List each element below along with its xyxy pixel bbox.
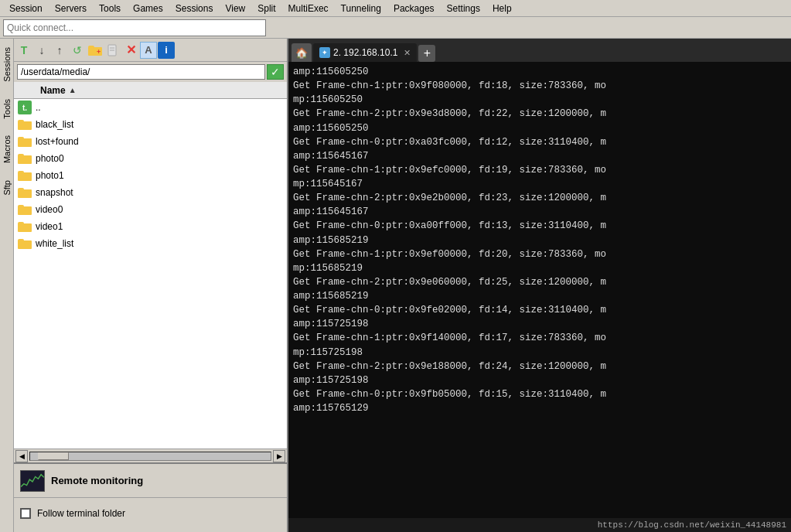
menu-split[interactable]: Split bbox=[251, 2, 281, 15]
toolbar: T ↓ ↑ ↺ + ✕ A i bbox=[14, 39, 287, 62]
menu-packages[interactable]: Packages bbox=[387, 2, 441, 15]
path-input[interactable] bbox=[17, 64, 265, 80]
terminal-line: Get Frame-chn-2:ptr:0x9e3d8000, fd:22, s… bbox=[293, 107, 786, 121]
rename-button[interactable]: A bbox=[140, 42, 157, 59]
remote-monitoring-label: Remote monitoring bbox=[51, 475, 143, 486]
menu-session[interactable]: Session bbox=[3, 2, 49, 15]
terminal-line: mp:115685219 bbox=[293, 261, 786, 275]
file-panel: T ↓ ↑ ↺ + ✕ A i bbox=[14, 39, 288, 532]
terminal-line: amp:115645167 bbox=[293, 149, 786, 163]
sidebar-item-tools[interactable]: Tools bbox=[0, 92, 14, 126]
list-item[interactable]: photo1 bbox=[14, 167, 287, 184]
menu-games[interactable]: Games bbox=[127, 2, 169, 15]
new-folder-button[interactable]: + bbox=[87, 42, 104, 59]
status-bar: https://blog.csdn.net/weixin_44148981 bbox=[288, 518, 791, 532]
menu-tunneling[interactable]: Tunneling bbox=[335, 2, 387, 15]
refresh-button[interactable]: ↺ bbox=[69, 42, 86, 59]
terminal-line: Get Frame-chn-0:ptr:0x9fb05000, fd:15, s… bbox=[293, 387, 786, 401]
list-item[interactable]: t. .. bbox=[14, 99, 287, 116]
add-tab-button[interactable]: + bbox=[418, 45, 435, 62]
terminal-line: Get Frame-chn-0:ptr:0xa00ff000, fd:13, s… bbox=[293, 219, 786, 233]
sidebar-item-sessions[interactable]: Sessions bbox=[0, 40, 14, 89]
folder-icon bbox=[17, 237, 32, 250]
menu-view[interactable]: View bbox=[219, 2, 251, 15]
terminal-line: Get Frame-chn-0:ptr:0xa03fc000, fd:12, s… bbox=[293, 135, 786, 149]
terminal-output[interactable]: amp:115605250Get Frame-chn-1:ptr:0x9f080… bbox=[288, 62, 791, 518]
sidebar-item-macros[interactable]: Macros bbox=[0, 128, 14, 170]
file-name: lost+found bbox=[36, 136, 79, 147]
scroll-left-button[interactable]: ◀ bbox=[15, 450, 28, 462]
folder-icon bbox=[17, 186, 32, 199]
terminal-line: amp:115685219 bbox=[293, 289, 786, 303]
svg-rect-1 bbox=[88, 46, 94, 49]
folder-icon bbox=[17, 220, 32, 233]
file-list: t. .. black_list lost+found photo0 photo… bbox=[14, 99, 287, 448]
list-item[interactable]: lost+found bbox=[14, 133, 287, 150]
home-tab[interactable]: 🏠 bbox=[292, 43, 312, 62]
terminal-line: amp:115725198 bbox=[293, 317, 786, 331]
list-item[interactable]: black_list bbox=[14, 116, 287, 133]
sidebar-item-sftp[interactable]: Sftp bbox=[0, 173, 14, 203]
terminal-line: mp:115725198 bbox=[293, 346, 786, 360]
file-name: photo0 bbox=[36, 153, 64, 164]
list-item[interactable]: video1 bbox=[14, 218, 287, 235]
sort-arrow-icon: ▲ bbox=[69, 86, 77, 94]
follow-folder-label: Follow terminal folder bbox=[37, 508, 125, 519]
list-item[interactable]: photo0 bbox=[14, 150, 287, 167]
file-name: video0 bbox=[36, 204, 63, 215]
file-list-header: Name ▲ bbox=[14, 82, 287, 99]
terminal-line: Get Frame-chn-0:ptr:0x9fe02000, fd:14, s… bbox=[293, 303, 786, 317]
terminal-line: amp:115685219 bbox=[293, 234, 786, 247]
menu-sessions[interactable]: Sessions bbox=[169, 2, 220, 15]
terminal-tab-icon: ✦ bbox=[319, 47, 330, 58]
follow-folder-section: Follow terminal folder bbox=[14, 498, 287, 529]
folder-icon bbox=[17, 118, 32, 131]
status-url: https://blog.csdn.net/weixin_44148981 bbox=[598, 520, 786, 530]
download-button[interactable]: ↓ bbox=[33, 42, 50, 59]
terminal-tab-close-button[interactable]: ✕ bbox=[404, 48, 411, 58]
scroll-thumb[interactable] bbox=[38, 452, 69, 460]
terminal-line: Get Frame-chn-2:ptr:0x9e060000, fd:25, s… bbox=[293, 275, 786, 289]
terminal-line: amp:115765129 bbox=[293, 401, 786, 415]
quick-connect-input[interactable] bbox=[3, 19, 266, 36]
file-name: black_list bbox=[36, 119, 73, 130]
terminal-line: amp:115645167 bbox=[293, 205, 786, 219]
terminal-line: amp:115605250 bbox=[293, 121, 786, 135]
menu-tools[interactable]: Tools bbox=[93, 2, 127, 15]
quick-connect-bar bbox=[0, 17, 791, 39]
menu-bar: Session Servers Tools Games Sessions Vie… bbox=[0, 0, 791, 17]
upload-button[interactable]: ↑ bbox=[51, 42, 68, 59]
list-item[interactable]: white_list bbox=[14, 235, 287, 252]
terminal-line: mp:115605250 bbox=[293, 93, 786, 107]
path-bar: ✓ bbox=[14, 62, 287, 82]
delete-button[interactable]: ✕ bbox=[122, 42, 139, 59]
horizontal-scrollbar: ◀ ▶ bbox=[14, 448, 287, 462]
parent-folder-icon: t. bbox=[17, 101, 32, 114]
path-go-button[interactable]: ✓ bbox=[267, 64, 284, 80]
file-name: .. bbox=[36, 102, 41, 113]
list-item[interactable]: video0 bbox=[14, 201, 287, 218]
svg-text:+: + bbox=[97, 48, 101, 56]
file-name: photo1 bbox=[36, 170, 64, 181]
terminal-tab-1[interactable]: ✦ 2. 192.168.10.1 ✕ bbox=[313, 43, 417, 62]
follow-folder-checkbox[interactable] bbox=[20, 508, 31, 519]
terminal-panel: 🏠 ✦ 2. 192.168.10.1 ✕ + amp:115605250Get… bbox=[288, 39, 791, 532]
scroll-right-button[interactable]: ▶ bbox=[273, 450, 285, 462]
menu-help[interactable]: Help bbox=[486, 2, 518, 15]
new-file-button[interactable] bbox=[104, 42, 121, 59]
menu-settings[interactable]: Settings bbox=[441, 2, 486, 15]
folder-icon bbox=[17, 152, 32, 165]
terminal-line: Get Frame-chn-1:ptr:0x9ef00000, fd:20, s… bbox=[293, 247, 786, 261]
info-button[interactable]: i bbox=[158, 42, 175, 59]
terminal-line: Get Frame-chn-1:ptr:0x9efc0000, fd:19, s… bbox=[293, 163, 786, 177]
list-item[interactable]: snapshot bbox=[14, 184, 287, 201]
menu-multiexec[interactable]: MultiExec bbox=[282, 2, 335, 15]
file-name: video1 bbox=[36, 221, 63, 232]
menu-servers[interactable]: Servers bbox=[49, 2, 93, 15]
scroll-track[interactable] bbox=[29, 452, 271, 461]
file-name: white_list bbox=[36, 238, 73, 249]
folder-icon bbox=[17, 135, 32, 148]
monitor-icon bbox=[20, 470, 45, 492]
bottom-panel: Remote monitoring Follow terminal folder bbox=[14, 462, 287, 532]
t-button[interactable]: T bbox=[15, 42, 32, 59]
